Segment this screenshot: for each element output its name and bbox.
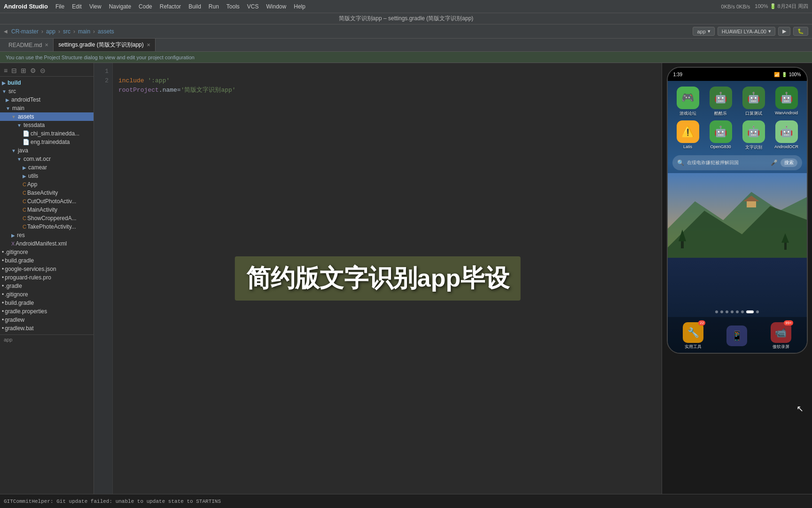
sidebar-btn-settings[interactable]: ⚙ — [29, 66, 37, 75]
page-dot-4[interactable] — [736, 310, 739, 313]
phone-app-6[interactable]: 🤖 文字识别 — [739, 120, 768, 151]
sidebar-item-java[interactable]: ▼ java — [0, 146, 94, 155]
breadcrumb-assets[interactable]: assets — [98, 28, 114, 35]
phone-app-1[interactable]: 🤖 酷酷乐 — [706, 87, 735, 117]
app-icon-1: 🤖 — [710, 87, 732, 109]
page-dot-2[interactable] — [726, 310, 728, 313]
folder-icon: ▶ — [6, 97, 9, 103]
sidebar-item-main[interactable]: ▼ main — [0, 104, 94, 112]
sidebar-item-com-wt-ocr[interactable]: ▼ com.wt.ocr — [0, 155, 94, 163]
sidebar-item-build[interactable]: ▶ build — [0, 79, 94, 87]
menu-refactor[interactable]: Refactor — [160, 3, 181, 10]
phone-search-button[interactable]: 搜索 — [781, 159, 797, 167]
page-dot-6[interactable] — [746, 310, 754, 313]
sidebar-item-gitignore2[interactable]: • .gitignore — [0, 290, 94, 299]
tab-readme[interactable]: README.md ✕ — [4, 39, 54, 51]
sidebar-item-androidmanifest[interactable]: X AndroidManifest.xml — [0, 239, 94, 248]
sidebar-item-gradle-props[interactable]: • gradle.properties — [0, 307, 94, 316]
sidebar-item-gradlew[interactable]: • gradlew — [0, 316, 94, 324]
sidebar-item-app[interactable]: C App — [0, 180, 94, 189]
page-dot-3[interactable] — [731, 310, 734, 313]
sidebar-btn-filter[interactable]: ⊝ — [39, 66, 47, 75]
run-config-selector[interactable]: app ▾ — [693, 27, 714, 36]
sidebar-item-mainactivity[interactable]: C MainActivity — [0, 206, 94, 214]
phone-app-5[interactable]: 🤖 OpenG830 — [706, 120, 735, 151]
sidebar-item-androidtest[interactable]: ▶ androidTest — [0, 95, 94, 104]
phone-app-2[interactable]: 🤖 口算测试 — [739, 87, 768, 117]
sidebar-item-gradlew-bat[interactable]: • gradlew.bat — [0, 324, 94, 333]
sidebar-item-utils[interactable]: ▶ utils — [0, 172, 94, 180]
sidebar-item-build-gradle2[interactable]: • build.gradle — [0, 299, 94, 307]
dock-icon-2[interactable]: 📹 99+ 傲软录屏 — [771, 322, 791, 350]
menu-vcs[interactable]: VCS — [247, 3, 259, 10]
menu-help[interactable]: Help — [294, 3, 305, 10]
sidebar-item-showcroppered[interactable]: C ShowCropperedA... — [0, 214, 94, 222]
menu-run[interactable]: Run — [209, 3, 219, 10]
app-icon-3: 🤖 — [775, 87, 798, 109]
phone-app-4[interactable]: ⚠️ Latis — [673, 120, 703, 151]
sidebar-item-utils-label: utils — [28, 173, 38, 179]
page-dot-5[interactable] — [741, 310, 744, 313]
sidebar-item-camear[interactable]: ▶ camear — [0, 163, 94, 172]
menu-build[interactable]: Build — [188, 3, 201, 10]
sidebar-item-build-label: build — [8, 79, 21, 86]
code-content[interactable]: include ':app' rootProject.name='简版文字识别a… — [113, 63, 662, 494]
sidebar-btn-1[interactable]: ≡ — [3, 66, 8, 75]
folder-icon: ▶ — [11, 233, 15, 238]
sidebar-item-assets[interactable]: ▼ assets — [0, 112, 94, 121]
breadcrumb-cr-master[interactable]: CR-master — [11, 28, 39, 35]
breadcrumb-app[interactable]: app — [46, 28, 55, 35]
phone-app-7[interactable]: 🤖 AndroidOCR — [772, 120, 801, 151]
sidebar-item-cutout[interactable]: C CutOutPhotoActiv... — [0, 197, 94, 206]
app-icon-0: 🎮 — [677, 87, 699, 109]
tab-settings-label: settings.gradle (简版文字识别app) — [58, 41, 143, 49]
sidebar-item-res[interactable]: ▶ res — [0, 231, 94, 239]
dock-icon-1[interactable]: 📱 — [726, 325, 747, 346]
menu-window[interactable]: Window — [266, 3, 287, 10]
page-dot-7[interactable] — [756, 310, 759, 313]
sidebar-item-proguard[interactable]: • proguard-rules.pro — [0, 273, 94, 282]
tab-settings[interactable]: settings.gradle (简版文字识别app) ✕ — [54, 39, 155, 51]
phone-frame: 1:39 📶 🔋 100% 🎮 游戏论坛 🤖 酷酷乐 — [667, 67, 808, 354]
sidebar-item-eng[interactable]: 📄 eng.traineddata — [0, 138, 94, 146]
sidebar-item-src[interactable]: ▼ src — [0, 87, 94, 95]
breadcrumb-main[interactable]: main — [78, 28, 90, 35]
sidebar-btn-3[interactable]: ⊞ — [20, 66, 27, 75]
sidebar-item-google-services[interactable]: • google-services.json — [0, 265, 94, 273]
menu-tools[interactable]: Tools — [226, 3, 240, 10]
dock-badge-0: 22 — [698, 320, 705, 325]
run-button[interactable]: ▶ — [778, 27, 790, 36]
sidebar-item-gitignore[interactable]: • .gitignore — [0, 248, 94, 256]
tab-readme-close[interactable]: ✕ — [45, 42, 48, 48]
phone-home-screen[interactable]: 🎮 游戏论坛 🤖 酷酷乐 🤖 口算测试 🤖 WanAndroid — [668, 81, 807, 354]
device-selector[interactable]: HUAWEI LYA-AL00 ▾ — [718, 27, 775, 36]
menu-code[interactable]: Code — [139, 3, 152, 10]
sidebar-item-baseactivity[interactable]: C BaseActivity — [0, 189, 94, 197]
nav-tools: app ▾ HUAWEI LYA-AL00 ▾ ▶ 🐛 — [693, 27, 808, 36]
sidebar-btn-2[interactable]: ⊟ — [10, 66, 18, 75]
debug-button[interactable]: 🐛 — [793, 27, 808, 36]
nav-back-icon[interactable]: ◀ — [4, 29, 8, 34]
menu-edit[interactable]: Edit — [72, 3, 82, 10]
sidebar-item-gradle[interactable]: • .gradle — [0, 282, 94, 290]
breadcrumb-src[interactable]: src — [63, 28, 70, 35]
page-dot-0[interactable] — [715, 310, 718, 313]
sidebar-item-takephote[interactable]: C TakePhoteActivity... — [0, 222, 94, 231]
tab-settings-close[interactable]: ✕ — [147, 42, 150, 48]
menu-navigate[interactable]: Navigate — [109, 3, 131, 10]
menu-file[interactable]: File — [55, 3, 64, 10]
phone-app-0[interactable]: 🎮 游戏论坛 — [673, 87, 703, 117]
sidebar-item-androidtest-label: androidTest — [11, 96, 40, 103]
code-editor[interactable]: 1 2 include ':app' rootProject.name='简版文… — [94, 63, 662, 494]
phone-app-3[interactable]: 🤖 WanAndroid — [772, 87, 801, 117]
sidebar-item-tessdata[interactable]: ▼ tessdata — [0, 121, 94, 129]
phone-preview: 1:39 📶 🔋 100% 🎮 游戏论坛 🤖 酷酷乐 — [662, 63, 812, 494]
page-dot-1[interactable] — [720, 310, 723, 313]
phone-search-bar[interactable]: 🔍 在绥电诈嫌犯被押解回国 🎤 搜索 — [672, 155, 802, 170]
sidebar-item-build-gradle[interactable]: • build.gradle — [0, 256, 94, 265]
menu-view[interactable]: View — [89, 3, 102, 10]
sidebar-item-chi-sim[interactable]: 📄 chi_sim.trainedda... — [0, 129, 94, 138]
terminal-bar: GITCommitHelper: Git update failed: unab… — [0, 494, 812, 508]
phone-search-voice-icon[interactable]: 🎤 — [771, 159, 778, 166]
dock-icon-0[interactable]: 🔧 22 实用工具 — [683, 322, 703, 350]
